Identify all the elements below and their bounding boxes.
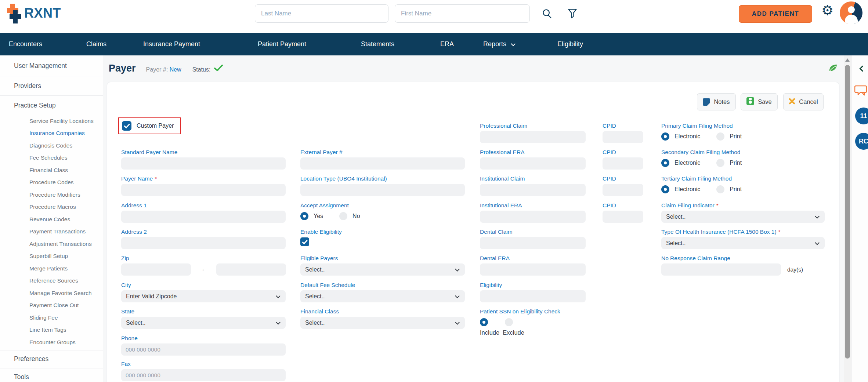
rxnt-logo[interactable]: RXNT bbox=[7, 3, 61, 23]
professional-claim-input[interactable] bbox=[480, 131, 586, 143]
user-initials-badge[interactable]: RC bbox=[855, 133, 868, 150]
enable-eligibility-checkbox[interactable] bbox=[300, 237, 309, 246]
scroll-up-arrow[interactable] bbox=[845, 58, 850, 62]
secondary-print-radio[interactable] bbox=[716, 159, 724, 167]
sidebar-item-preferences[interactable]: Preferences bbox=[0, 350, 103, 368]
search-icon[interactable] bbox=[542, 8, 552, 20]
right-dock-panel: 11 RC bbox=[851, 55, 868, 382]
cpid-input[interactable] bbox=[603, 157, 643, 170]
nav-item-claims[interactable]: Claims bbox=[86, 33, 106, 55]
dental-claim-input[interactable] bbox=[480, 237, 586, 249]
eligible-payers-select[interactable]: Select.. bbox=[300, 263, 465, 276]
notes-button[interactable]: Notes bbox=[697, 93, 736, 110]
scrollbar-thumb[interactable] bbox=[845, 65, 850, 359]
state-select[interactable]: Select.. bbox=[121, 317, 286, 329]
secondary-electronic-radio[interactable] bbox=[661, 159, 669, 167]
payer-number-link[interactable]: New bbox=[170, 66, 181, 73]
professional-era-input[interactable] bbox=[480, 157, 586, 170]
sidebar-item-procedure-modifiers[interactable]: Procedure Modifiers bbox=[0, 189, 103, 201]
patient-ssn-exclude-radio[interactable] bbox=[505, 318, 513, 326]
sidebar-item-adjustment-transactions[interactable]: Adjustment Transactions bbox=[0, 238, 103, 250]
sidebar-item-revenue-codes[interactable]: Revenue Codes bbox=[0, 213, 103, 226]
nav-item-patient-payment[interactable]: Patient Payment bbox=[258, 33, 306, 55]
sidebar-item-line-item-tags[interactable]: Line Item Tags bbox=[0, 324, 103, 336]
sidebar-item-merge-patients[interactable]: Merge Patients bbox=[0, 262, 103, 275]
default-fee-schedule-select[interactable]: Select.. bbox=[300, 290, 465, 302]
sidebar-item-manage-favorite-search[interactable]: Manage Favorite Search bbox=[0, 287, 103, 299]
filter-icon[interactable] bbox=[568, 8, 577, 20]
no-response-claim-range-input[interactable] bbox=[661, 263, 781, 276]
sidebar-item-procedure-macros[interactable]: Procedure Macros bbox=[0, 201, 103, 214]
field-patient-ssn: Patient SSN on Eligibility Check Include… bbox=[480, 308, 586, 336]
sidebar-item-fee-schedules[interactable]: Fee Schedules bbox=[0, 152, 103, 164]
sidebar-item-sliding-fee[interactable]: Sliding Fee bbox=[0, 312, 103, 324]
field-dental-claim: Dental Claim bbox=[480, 228, 586, 249]
nav-item-eligibility[interactable]: Eligibility bbox=[557, 33, 583, 55]
custom-payer-checkbox[interactable] bbox=[122, 121, 131, 131]
financial-class-select[interactable]: Select.. bbox=[300, 317, 465, 329]
cpid-input[interactable] bbox=[603, 184, 643, 196]
zip-ext-input[interactable] bbox=[216, 263, 286, 276]
patient-ssn-include-radio[interactable] bbox=[480, 318, 488, 326]
sidebar-item-practice-setup[interactable]: Practice Setup bbox=[0, 96, 103, 115]
first-name-search-input[interactable] bbox=[395, 4, 530, 23]
tertiary-electronic-radio[interactable] bbox=[661, 185, 669, 193]
chat-icon[interactable] bbox=[854, 85, 868, 101]
claim-filing-indicator-select[interactable]: Select.. bbox=[661, 211, 825, 223]
fax-input[interactable] bbox=[121, 369, 286, 381]
last-name-search-input[interactable] bbox=[255, 4, 388, 23]
sidebar-item-payment-transactions[interactable]: Payment Transactions bbox=[0, 226, 103, 238]
primary-electronic-radio[interactable] bbox=[661, 132, 669, 141]
accept-assignment-no-radio[interactable] bbox=[339, 212, 347, 220]
sidebar-item-reference-sources[interactable]: Reference Sources bbox=[0, 275, 103, 287]
sidebar-item-encounter-groups[interactable]: Encounter Groups bbox=[0, 336, 103, 349]
notification-count-badge[interactable]: 11 bbox=[855, 108, 868, 124]
save-button[interactable]: Save bbox=[741, 93, 778, 110]
sidebar-item-superbill-setup[interactable]: Superbill Setup bbox=[0, 250, 103, 263]
sidebar-item-providers[interactable]: Providers bbox=[0, 76, 103, 95]
cpid-input[interactable] bbox=[603, 131, 643, 143]
sidebar-item-procedure-codes[interactable]: Procedure Codes bbox=[0, 177, 103, 189]
gear-icon[interactable]: ⚙ bbox=[821, 4, 833, 17]
sidebar-item-tools[interactable]: Tools bbox=[0, 368, 103, 382]
standard-payer-name-input[interactable] bbox=[121, 157, 286, 170]
sidebar-item-service-facility-locations[interactable]: Service Facility Locations bbox=[0, 115, 103, 127]
city-select[interactable]: Enter Valid Zipcode bbox=[121, 290, 286, 302]
avatar[interactable] bbox=[840, 1, 862, 24]
field-cpid-institutional-claim: CPID bbox=[603, 175, 643, 196]
sidebar-item-diagnosis-codes[interactable]: Diagnosis Codes bbox=[0, 139, 103, 152]
dental-era-input[interactable] bbox=[480, 263, 586, 276]
nav-item-insurance-payment[interactable]: Insurance Payment bbox=[143, 33, 200, 55]
cancel-button[interactable]: Cancel bbox=[783, 93, 824, 110]
collapse-chevron-icon[interactable] bbox=[860, 66, 866, 72]
cpid-input[interactable] bbox=[603, 211, 643, 223]
address1-input[interactable] bbox=[121, 211, 286, 223]
nav-item-era[interactable]: ERA bbox=[440, 33, 454, 55]
field-external-payer-number: External Payer # bbox=[300, 149, 465, 170]
phone-input[interactable] bbox=[121, 343, 286, 356]
tertiary-print-radio[interactable] bbox=[716, 185, 724, 193]
nav-item-encounters[interactable]: Encounters bbox=[9, 33, 42, 55]
institutional-claim-input[interactable] bbox=[480, 184, 586, 196]
location-type-input[interactable] bbox=[300, 184, 465, 196]
zip-input[interactable] bbox=[121, 263, 191, 276]
vertical-scrollbar[interactable] bbox=[844, 55, 851, 382]
sidebar-item-user-management[interactable]: User Management bbox=[0, 55, 103, 76]
address2-input[interactable] bbox=[121, 237, 286, 249]
external-payer-number-input[interactable] bbox=[300, 157, 465, 170]
nav-item-reports[interactable]: Reports bbox=[483, 33, 514, 55]
sidebar-item-financial-class[interactable]: Financial Class bbox=[0, 164, 103, 177]
field-payer-name: Payer Name* bbox=[121, 175, 286, 196]
field-state: State Select.. bbox=[121, 308, 286, 329]
add-patient-button[interactable]: ADD PATIENT bbox=[739, 5, 812, 23]
field-cpid-professional-era: CPID bbox=[603, 149, 643, 170]
accept-assignment-yes-radio[interactable] bbox=[300, 212, 308, 220]
nav-item-statements[interactable]: Statements bbox=[361, 33, 394, 55]
primary-print-radio[interactable] bbox=[716, 132, 724, 141]
eligibility-input[interactable] bbox=[480, 290, 586, 302]
type-of-health-insurance-select[interactable]: Select.. bbox=[661, 237, 825, 249]
payer-name-input[interactable] bbox=[121, 184, 286, 196]
institutional-era-input[interactable] bbox=[480, 211, 586, 223]
sidebar-item-payment-close-out[interactable]: Payment Close Out bbox=[0, 299, 103, 312]
sidebar-item-insurance-companies[interactable]: Insurance Companies bbox=[0, 127, 103, 140]
